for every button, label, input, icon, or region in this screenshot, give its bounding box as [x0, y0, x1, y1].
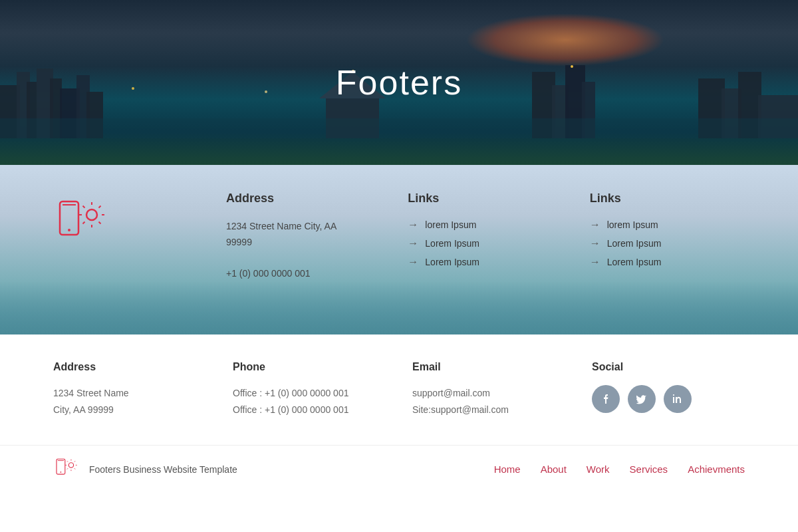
address-line2: 99999	[226, 237, 252, 247]
list-item[interactable]: →Lorem Ipsum	[408, 237, 563, 249]
svg-line-31	[83, 206, 85, 208]
arrow-icon: →	[408, 237, 418, 249]
list-item[interactable]: →Lorem Ipsum	[590, 256, 745, 268]
svg-line-46	[67, 469, 68, 469]
bottom-phone-line2: Office : +1 (0) 000 0000 001	[233, 404, 348, 415]
links1-list: →lorem Ipsum →Lorem Ipsum →Lorem Ipsum	[408, 219, 563, 268]
bottom-address-line2: City, AA 99999	[53, 404, 114, 415]
list-item[interactable]: →lorem Ipsum	[590, 219, 745, 231]
svg-point-36	[60, 471, 61, 473]
bottom-email-text: support@mail.com Site:support@mail.com	[412, 385, 565, 418]
footer-nav-links: Home About Work Services Achievments	[494, 464, 745, 475]
list-item[interactable]: →lorem Ipsum	[408, 219, 563, 231]
hero-title: Footers	[336, 63, 462, 102]
nav-link-services[interactable]: Services	[630, 464, 668, 475]
links2-column: Links →lorem Ipsum →Lorem Ipsum →Lorem I…	[590, 192, 745, 282]
svg-rect-18	[0, 118, 798, 138]
facebook-button[interactable]	[592, 385, 620, 413]
address-column: Address 1234 Street Name City, AA 99999 …	[226, 192, 381, 282]
nav-item-services[interactable]: Services	[630, 464, 668, 475]
bottom-phone-line1: Office : +1 (0) 000 0000 001	[233, 388, 348, 398]
arrow-icon: →	[408, 256, 418, 268]
svg-line-44	[74, 469, 75, 469]
list-item[interactable]: →Lorem Ipsum	[408, 256, 563, 268]
svg-point-24	[68, 229, 70, 231]
bottom-email-title: Email	[412, 361, 565, 373]
svg-line-32	[99, 222, 101, 224]
bottom-phone-title: Phone	[233, 361, 386, 373]
svg-point-21	[265, 90, 267, 93]
linkedin-icon	[672, 394, 683, 404]
bottom-email-line1: support@mail.com	[412, 388, 490, 398]
address-title: Address	[226, 192, 381, 205]
bottom-social-title: Social	[592, 361, 745, 373]
footer-brand-text: Footers Business Website Template	[89, 464, 237, 475]
bottom-phone-text: Office : +1 (0) 000 0000 001 Office : +1…	[233, 385, 386, 418]
nav-link-about[interactable]: About	[541, 464, 567, 475]
svg-point-20	[132, 87, 134, 90]
links2-title: Links	[590, 192, 745, 205]
address-line1: 1234 Street Name City, AA	[226, 221, 336, 231]
facebook-icon	[600, 394, 611, 404]
nav-link-work[interactable]: Work	[587, 464, 610, 475]
address-text: 1234 Street Name City, AA 99999 +1 (0) 0…	[226, 219, 381, 282]
arrow-icon: →	[590, 219, 600, 231]
bottom-address-text: 1234 Street Name City, AA 99999	[53, 385, 206, 418]
bottom-address-title: Address	[53, 361, 206, 373]
twitter-button[interactable]	[628, 385, 656, 413]
links1-title: Links	[408, 192, 563, 205]
list-item[interactable]: →Lorem Ipsum	[590, 237, 745, 249]
linkedin-button[interactable]	[664, 385, 692, 413]
nav-item-about[interactable]: About	[541, 464, 567, 475]
nav-item-home[interactable]: Home	[494, 464, 521, 475]
bottom-phone-col: Phone Office : +1 (0) 000 0000 001 Offic…	[233, 361, 386, 418]
svg-point-38	[68, 463, 73, 467]
bottom-email-line2: Site:support@mail.com	[412, 404, 509, 415]
social-icons-group	[592, 385, 745, 413]
footer-logo-icon	[53, 458, 81, 481]
links2-list: →lorem Ipsum →Lorem Ipsum →Lorem Ipsum	[590, 219, 745, 268]
bottom-social-col: Social	[592, 361, 745, 418]
arrow-icon: →	[408, 219, 418, 231]
nav-link-achievments[interactable]: Achievments	[688, 464, 745, 475]
nav-link-home[interactable]: Home	[494, 464, 521, 475]
footer-nav-bar: Footers Business Website Template Home A…	[0, 445, 798, 493]
svg-line-43	[67, 462, 68, 462]
svg-line-45	[74, 462, 75, 462]
logo-column	[53, 192, 200, 282]
bottom-address-col: Address 1234 Street Name City, AA 99999	[53, 361, 206, 418]
logo-svg	[53, 198, 113, 245]
footer-logo-svg	[53, 458, 81, 479]
svg-line-33	[99, 206, 101, 208]
bottom-address-line1: 1234 Street Name	[53, 388, 129, 398]
footer-mid-section: Address 1234 Street Name City, AA 99999 …	[0, 165, 798, 334]
mid-phone: +1 (0) 000 0000 001	[226, 268, 311, 279]
hero-section: Footers	[0, 0, 798, 165]
svg-point-22	[571, 65, 573, 68]
logo-icon	[53, 198, 200, 245]
svg-point-26	[86, 209, 97, 220]
nav-item-achievments[interactable]: Achievments	[688, 464, 745, 475]
nav-item-work[interactable]: Work	[587, 464, 610, 475]
twitter-icon	[636, 394, 647, 404]
footer-mid-grid: Address 1234 Street Name City, AA 99999 …	[53, 192, 745, 282]
footer-bottom-section: Address 1234 Street Name City, AA 99999 …	[0, 334, 798, 445]
arrow-icon: →	[590, 237, 600, 249]
bottom-email-col: Email support@mail.com Site:support@mail…	[412, 361, 565, 418]
links1-column: Links →lorem Ipsum →Lorem Ipsum →Lorem I…	[408, 192, 563, 282]
footer-brand: Footers Business Website Template	[53, 458, 237, 481]
arrow-icon: →	[590, 256, 600, 268]
svg-line-34	[83, 222, 85, 224]
